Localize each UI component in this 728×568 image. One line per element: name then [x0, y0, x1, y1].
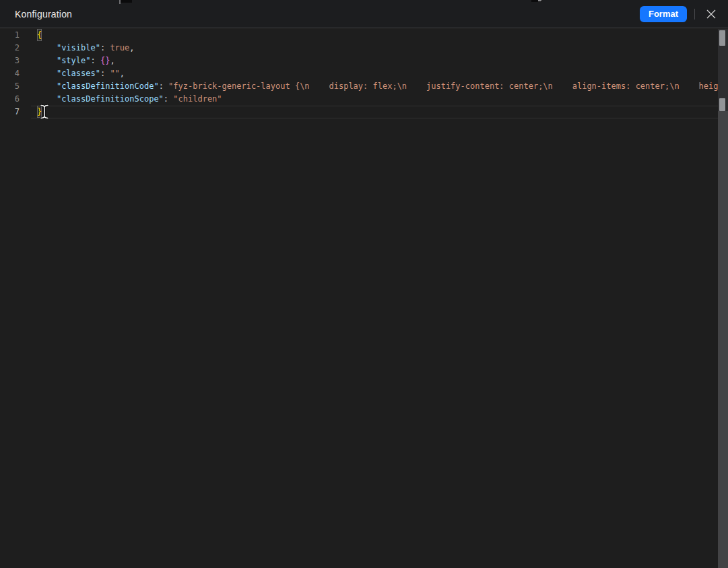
token-key: "visible": [57, 43, 100, 52]
background-artifact: [119, 0, 121, 4]
token-ws: [37, 43, 57, 52]
token-ws: [37, 81, 57, 91]
line-number: 4: [0, 67, 31, 80]
code-text: {: [31, 29, 718, 42]
token-brace1: }: [37, 106, 42, 118]
token-key: "classDefinitionCode": [57, 81, 159, 91]
token-ws: [37, 56, 57, 65]
close-icon: [706, 9, 717, 20]
token-str: "fyz-brick-generic-layout {\n display: f…: [168, 81, 718, 91]
scrollbar-track[interactable]: [718, 29, 728, 568]
line-number: 1: [0, 29, 31, 42]
background-artifact: [538, 0, 541, 1]
header-actions: Format: [640, 5, 720, 23]
code-line-5[interactable]: 5 "classDefinitionCode": "fyz-brick-gene…: [0, 80, 718, 93]
dialog-title: Konfiguration: [15, 9, 72, 20]
token-punct: :: [100, 69, 110, 78]
code-text: "visible": true,: [31, 42, 718, 55]
header-divider: [694, 9, 695, 20]
format-button[interactable]: Format: [640, 6, 687, 22]
token-bool: true: [110, 43, 129, 52]
code-text: "classes": "",: [31, 67, 718, 80]
line-number: 5: [0, 80, 31, 93]
code-lines: 1{2 "visible": true,3 "style": {},4 "cla…: [0, 29, 718, 118]
code-text: "style": {},: [31, 55, 718, 67]
scrollbar-marker-cursor[interactable]: [719, 98, 725, 111]
code-line-7[interactable]: 7}: [0, 106, 718, 118]
token-ws: [37, 94, 57, 104]
line-number: 3: [0, 55, 31, 67]
line-number: 6: [0, 93, 31, 106]
scrollbar-marker-top[interactable]: [719, 30, 725, 46]
code-line-3[interactable]: 3 "style": {},: [0, 55, 718, 67]
code-line-1[interactable]: 1{: [0, 29, 718, 42]
code-text: "classDefinitionCode": "fyz-brick-generi…: [31, 80, 718, 93]
json-editor[interactable]: 1{2 "visible": true,3 "style": {},4 "cla…: [0, 29, 718, 568]
token-punct: :: [90, 56, 100, 65]
token-key: "classDefinitionScope": [57, 94, 164, 104]
dialog-header: Konfiguration Format: [0, 0, 728, 28]
token-key: "classes": [57, 69, 100, 78]
token-punct: ,: [120, 69, 125, 78]
token-str: "": [110, 69, 119, 78]
token-str: "children": [173, 94, 222, 104]
code-line-2[interactable]: 2 "visible": true,: [0, 42, 718, 55]
line-number: 7: [0, 106, 31, 118]
token-ws: [37, 69, 57, 78]
line-number: 2: [0, 42, 31, 55]
close-button[interactable]: [702, 5, 720, 23]
token-punct: :: [164, 94, 173, 104]
code-text: "classDefinitionScope": "children": [31, 93, 718, 106]
background-artifact: [120, 0, 132, 3]
token-brace2: {}: [100, 56, 110, 65]
token-punct: :: [100, 43, 110, 52]
code-line-6[interactable]: 6 "classDefinitionScope": "children": [0, 93, 718, 106]
code-line-4[interactable]: 4 "classes": "",: [0, 67, 718, 80]
token-brace1: {: [37, 29, 42, 41]
scrollbar-thumb[interactable]: [718, 111, 728, 568]
token-key: "style": [57, 56, 91, 65]
token-punct: ,: [110, 56, 114, 65]
token-punct: :: [159, 81, 168, 91]
token-punct: ,: [129, 43, 134, 52]
code-text: }: [31, 106, 718, 118]
